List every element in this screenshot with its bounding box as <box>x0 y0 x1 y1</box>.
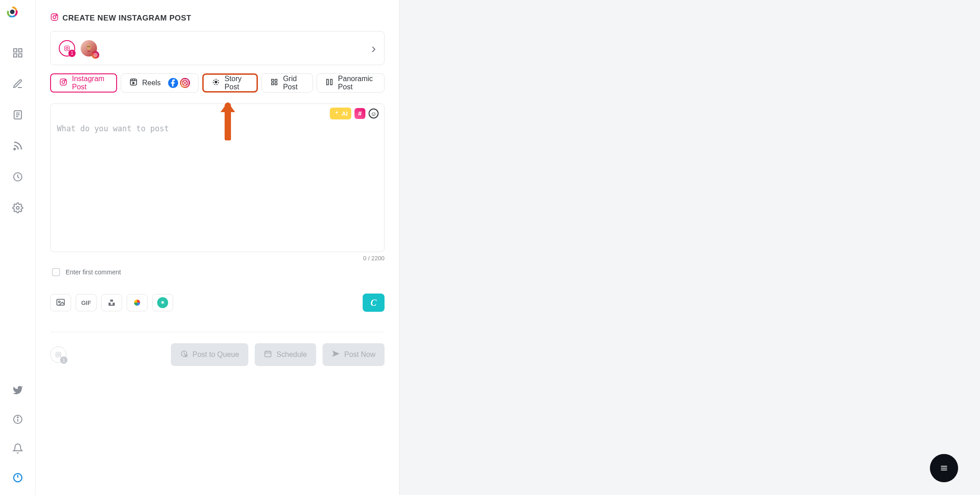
svg-point-29 <box>65 80 66 81</box>
info-icon[interactable] <box>12 414 23 427</box>
media-image-button[interactable] <box>50 294 71 311</box>
chevron-right-icon[interactable]: › <box>371 41 376 56</box>
tab-label: Instagram Post <box>72 75 108 91</box>
dashboard-icon[interactable] <box>12 47 23 60</box>
app-logo <box>7 6 29 28</box>
tab-story-post[interactable]: Story Post <box>202 73 258 93</box>
sidebar-nav-bottom <box>12 385 23 485</box>
post-now-button[interactable]: Post Now <box>323 343 385 366</box>
post-type-tabs: Instagram Post Reels Story Post Grid Pos… <box>50 73 385 93</box>
media-buttons: GIF C <box>50 294 385 312</box>
char-counter: 0 / 2200 <box>50 255 385 262</box>
analytics-icon[interactable] <box>12 171 23 184</box>
grid-icon <box>270 78 278 88</box>
compose-textarea[interactable] <box>57 109 378 237</box>
svg-rect-1 <box>14 49 17 52</box>
power-icon[interactable] <box>12 472 23 485</box>
account-chip-2[interactable] <box>81 40 97 57</box>
panorama-columns-icon <box>325 78 334 88</box>
account-chip-1[interactable]: 1 <box>59 40 75 57</box>
tab-label: Story Post <box>225 75 248 91</box>
story-circle-icon <box>212 78 220 88</box>
button-label: Schedule <box>277 351 307 359</box>
notifications-icon[interactable] <box>12 443 23 456</box>
checkbox-icon <box>52 268 60 276</box>
instagram-icon <box>59 78 67 88</box>
svg-line-33 <box>134 79 134 81</box>
media-google-photos-button[interactable] <box>127 294 148 311</box>
preview-column <box>400 0 980 495</box>
svg-rect-43 <box>330 79 332 85</box>
tab-panoramic-post[interactable]: Panoramic Post <box>317 73 385 93</box>
svg-rect-25 <box>94 53 97 57</box>
tab-reels[interactable]: Reels <box>121 73 199 93</box>
svg-rect-47 <box>56 352 61 357</box>
page-title: CREATE NEW INSTAGRAM POST <box>50 13 385 24</box>
hashtag-button[interactable]: # <box>354 108 365 119</box>
svg-point-0 <box>10 10 15 14</box>
button-label: Post to Queue <box>193 351 239 359</box>
svg-rect-38 <box>272 79 274 82</box>
svg-rect-30 <box>130 79 137 85</box>
svg-point-23 <box>87 46 88 47</box>
twitter-icon[interactable] <box>12 385 23 397</box>
calendar-icon <box>264 350 272 360</box>
tab-label: Grid Post <box>283 75 304 91</box>
svg-point-24 <box>89 46 90 47</box>
svg-point-26 <box>95 54 96 56</box>
tab-label: Panoramic Post <box>338 75 376 91</box>
button-label: Post Now <box>344 351 375 359</box>
footer-buttons: Post to Queue Schedule Post Now <box>171 343 385 366</box>
ai-label: AI <box>342 110 348 117</box>
sidebar <box>0 0 36 495</box>
svg-point-18 <box>53 15 56 18</box>
menu-fab[interactable] <box>930 454 958 482</box>
clapperboard-icon <box>129 78 138 88</box>
page-title-text: CREATE NEW INSTAGRAM POST <box>62 14 191 23</box>
svg-point-21 <box>66 47 68 49</box>
svg-rect-40 <box>272 83 274 85</box>
compose-icon[interactable] <box>12 78 23 91</box>
svg-point-22 <box>87 44 91 50</box>
queue-badge: 1 <box>60 356 67 364</box>
tab-grid-post[interactable]: Grid Post <box>262 73 313 93</box>
queue-account-indicator[interactable]: 1 <box>50 346 67 363</box>
account-2-instagram-badge <box>92 51 99 59</box>
first-comment-label: Enter first comment <box>66 268 121 276</box>
svg-rect-39 <box>275 79 277 82</box>
svg-line-32 <box>132 79 133 81</box>
account-1-badge: 1 <box>68 50 76 57</box>
svg-point-35 <box>184 82 186 84</box>
media-giphy-button[interactable] <box>152 294 173 311</box>
media-unsplash-button[interactable] <box>101 294 122 311</box>
canva-button[interactable]: C <box>363 294 385 312</box>
instagram-icon <box>180 78 190 88</box>
svg-rect-51 <box>265 351 271 357</box>
schedule-button[interactable]: Schedule <box>255 343 316 366</box>
rss-icon[interactable] <box>12 140 23 153</box>
account-selector[interactable]: 1 › <box>50 31 385 65</box>
svg-rect-3 <box>14 54 17 57</box>
compose-box: AI # ☺ <box>50 103 385 252</box>
library-icon[interactable] <box>12 109 23 122</box>
post-to-queue-button[interactable]: Post to Queue <box>171 343 248 366</box>
tab-label: Reels <box>142 79 161 87</box>
svg-point-37 <box>215 81 217 83</box>
svg-rect-42 <box>327 79 328 85</box>
svg-point-28 <box>62 81 65 83</box>
svg-rect-46 <box>110 299 113 302</box>
emoji-button[interactable]: ☺ <box>369 108 379 119</box>
svg-point-19 <box>56 15 57 15</box>
facebook-icon <box>168 78 178 88</box>
svg-rect-20 <box>65 46 70 51</box>
svg-point-11 <box>16 206 19 209</box>
first-comment-toggle[interactable]: Enter first comment <box>52 268 385 276</box>
ai-button[interactable]: AI <box>330 108 351 119</box>
svg-rect-2 <box>19 49 22 52</box>
sidebar-nav-top <box>12 47 23 215</box>
settings-icon[interactable] <box>12 202 23 215</box>
footer-bar: 1 Post to Queue Schedule Post Now <box>50 332 385 374</box>
media-gif-button[interactable]: GIF <box>76 294 97 311</box>
svg-point-9 <box>14 149 15 150</box>
tab-instagram-post[interactable]: Instagram Post <box>50 73 117 93</box>
